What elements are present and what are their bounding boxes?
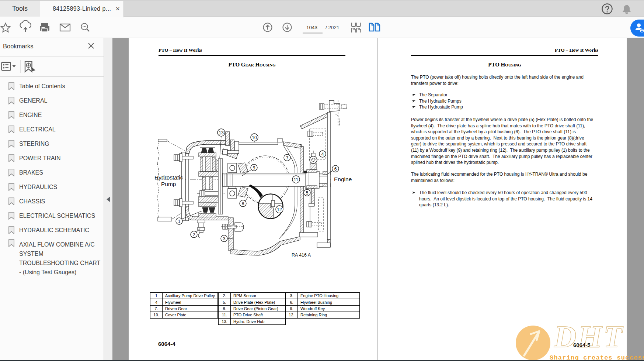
svg-text:RA 416 A: RA 416 A	[292, 252, 311, 258]
svg-text:3: 3	[223, 236, 226, 241]
svg-text:1043: 1043	[306, 25, 317, 30]
svg-text:8: 8	[242, 201, 244, 206]
svg-text:1: 1	[178, 219, 181, 224]
svg-text:12: 12	[277, 207, 282, 212]
svg-text:13: 13	[219, 130, 224, 135]
svg-text:4: 4	[321, 152, 324, 157]
svg-text:Pump: Pump	[161, 181, 176, 187]
svg-text:6: 6	[334, 166, 337, 172]
svg-text:2: 2	[193, 232, 195, 237]
svg-text:5: 5	[306, 190, 309, 196]
svg-text:10: 10	[252, 135, 257, 140]
svg-text:11: 11	[294, 177, 299, 182]
svg-text:9: 9	[253, 165, 255, 171]
svg-text:Hydrostatic: Hydrostatic	[154, 174, 183, 180]
svg-text:7: 7	[286, 155, 289, 161]
svg-text:DHT: DHT	[554, 320, 624, 354]
svg-text:Engine: Engine	[334, 176, 352, 182]
svg-text:/ 2021: / 2021	[326, 25, 340, 30]
